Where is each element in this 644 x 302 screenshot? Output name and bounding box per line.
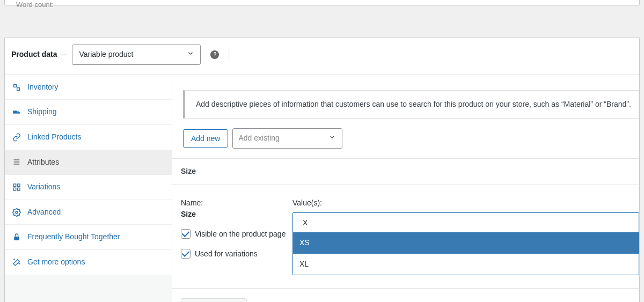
svg-rect-11 <box>14 237 19 240</box>
svg-rect-8 <box>13 188 16 190</box>
attribute-header-label: Size <box>181 167 196 175</box>
tab-attributes[interactable]: Attributes <box>5 150 172 175</box>
attribute-name-value: Size <box>181 209 292 220</box>
add-existing-select[interactable]: Add existing <box>232 128 342 149</box>
word-count-label: Word count: <box>16 0 644 10</box>
used-for-variations-row[interactable]: Used for variations <box>181 248 292 260</box>
tab-advanced-label: Advanced <box>27 207 61 218</box>
divider <box>229 49 229 60</box>
attribute-values-label: Value(s): <box>292 198 639 209</box>
product-type-select-wrapper[interactable]: Variable product <box>72 45 201 65</box>
svg-rect-7 <box>17 184 20 187</box>
attribute-values-option-xl[interactable]: XL <box>293 254 639 275</box>
save-row: Save attributes <box>172 288 639 302</box>
attributes-actions-row: Add new Add existing <box>183 128 639 149</box>
tab-advanced[interactable]: Advanced <box>5 200 172 225</box>
product-data-panel: Product data — Variable product ? Invent… <box>4 38 640 302</box>
gear-icon <box>12 208 21 217</box>
tab-shipping-label: Shipping <box>27 107 57 117</box>
list-icon <box>12 158 21 166</box>
tab-linked-products[interactable]: Linked Products <box>5 125 172 150</box>
product-data-header: Product data — Variable product ? <box>5 38 639 75</box>
attribute-name-label: Name: <box>181 198 292 209</box>
attribute-left: Name: Size Visible on the product page U… <box>181 198 292 276</box>
product-type-select[interactable]: Variable product <box>72 45 201 65</box>
help-icon[interactable]: ? <box>210 50 219 59</box>
tab-variations-label: Variations <box>27 182 60 193</box>
add-existing-select-wrapper[interactable]: Add existing <box>232 128 342 149</box>
attribute-values-box: XS XL <box>292 212 639 275</box>
visible-on-page-label: Visible on the product page <box>195 229 286 240</box>
tab-attributes-label: Attributes <box>27 157 59 168</box>
svg-rect-1 <box>17 87 20 90</box>
wand-icon <box>12 258 21 267</box>
inventory-icon <box>12 83 21 92</box>
tab-variations[interactable]: Variations <box>5 175 172 200</box>
add-new-button[interactable]: Add new <box>183 129 228 148</box>
tab-fbt-label: Frequently Bought Together <box>27 232 120 242</box>
link-icon <box>12 133 21 142</box>
product-data-title-text: Product data <box>11 50 57 58</box>
tab-shipping[interactable]: Shipping <box>5 100 172 125</box>
attribute-values-search-input[interactable] <box>293 213 639 232</box>
attributes-hint: Add descriptive pieces of information th… <box>183 90 639 119</box>
visible-on-page-checkbox[interactable] <box>181 229 191 239</box>
grid-icon <box>12 183 21 191</box>
tab-inventory[interactable]: Inventory <box>5 75 172 100</box>
tab-linked-products-label: Linked Products <box>27 132 81 143</box>
attribute-body: Name: Size Visible on the product page U… <box>172 185 639 289</box>
visible-on-page-row[interactable]: Visible on the product page <box>181 229 292 240</box>
save-attributes-button[interactable]: Save attributes <box>181 298 247 302</box>
svg-rect-0 <box>14 84 17 87</box>
svg-point-10 <box>16 211 18 213</box>
product-data-tabs: Inventory Shipping Linked Products Attri… <box>5 75 172 302</box>
used-for-variations-label: Used for variations <box>195 248 258 260</box>
svg-rect-9 <box>17 188 20 190</box>
tab-frequently-bought-together[interactable]: Frequently Bought Together <box>5 225 172 250</box>
tab-get-more-options[interactable]: Get more options <box>5 250 172 275</box>
attribute-header[interactable]: Size <box>172 158 639 185</box>
tab-get-more-label: Get more options <box>27 257 85 268</box>
svg-rect-6 <box>13 184 16 187</box>
product-data-title: Product data — <box>11 49 67 60</box>
tab-inventory-label: Inventory <box>27 82 58 93</box>
svg-rect-2 <box>13 111 17 114</box>
attribute-values-option-xs[interactable]: XS <box>293 232 639 254</box>
product-data-body: Inventory Shipping Linked Products Attri… <box>5 75 639 302</box>
chevron-down-icon <box>328 134 336 144</box>
title-dash: — <box>57 50 67 58</box>
attributes-content: Add descriptive pieces of information th… <box>172 75 639 302</box>
lock-icon <box>12 233 21 241</box>
attribute-right: Value(s): XS XL <box>292 198 639 276</box>
used-for-variations-checkbox[interactable] <box>181 249 191 259</box>
truck-icon <box>12 108 21 116</box>
